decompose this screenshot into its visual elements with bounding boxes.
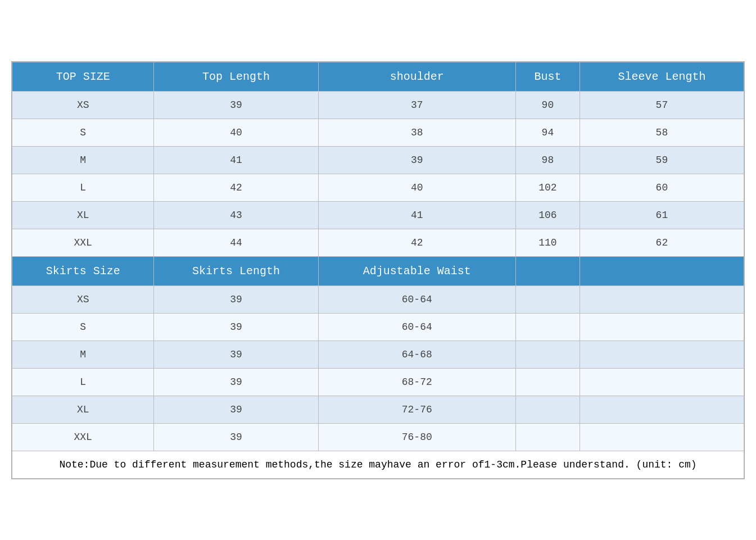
skirts-waist-cell: 76-80 (318, 423, 515, 451)
top-size-header: TOP SIZE (12, 62, 154, 91)
skirts-data-row: XL 39 72-76 (12, 396, 744, 423)
top-data-row: S 40 38 94 58 (12, 119, 744, 146)
top-size-cell: XL (12, 201, 154, 229)
shoulder-header: shoulder (318, 62, 515, 91)
sleeve-cell: 59 (580, 146, 744, 174)
skirts-empty1 (515, 423, 580, 451)
top-size-cell: L (12, 174, 154, 201)
top-data-row: L 42 40 102 60 (12, 174, 744, 201)
top-length-cell: 41 (154, 146, 318, 174)
sleeve-cell: 61 (580, 201, 744, 229)
skirts-length-cell: 39 (154, 341, 318, 368)
bust-header: Bust (515, 62, 580, 91)
skirts-waist-cell: 68-72 (318, 368, 515, 396)
skirts-empty1 (515, 285, 580, 313)
shoulder-cell: 38 (318, 119, 515, 146)
note-text: Note:Due to different measurement method… (12, 451, 744, 478)
bust-cell: 98 (515, 146, 580, 174)
shoulder-cell: 39 (318, 146, 515, 174)
note-row: Note:Due to different measurement method… (12, 451, 744, 478)
shoulder-cell: 41 (318, 201, 515, 229)
skirts-size-header: Skirts Size (12, 256, 154, 285)
skirts-size-cell: XL (12, 396, 154, 423)
top-header-row: TOP SIZE Top Length shoulder Bust Sleeve… (12, 62, 744, 91)
top-data-row: XL 43 41 106 61 (12, 201, 744, 229)
top-data-row: XXL 44 42 110 62 (12, 229, 744, 256)
shoulder-cell: 37 (318, 91, 515, 119)
skirts-data-row: XXL 39 76-80 (12, 423, 744, 451)
skirts-length-cell: 39 (154, 423, 318, 451)
skirts-length-cell: 39 (154, 396, 318, 423)
top-size-cell: S (12, 119, 154, 146)
adjustable-waist-header: Adjustable Waist (318, 256, 515, 285)
skirts-length-cell: 39 (154, 285, 318, 313)
table-body: XS 39 37 90 57 S 40 38 94 58 M 41 39 98 … (12, 91, 744, 478)
size-chart-wrapper: TOP SIZE Top Length shoulder Bust Sleeve… (11, 61, 745, 479)
skirts-length-cell: 39 (154, 313, 318, 341)
skirts-size-cell: M (12, 341, 154, 368)
skirts-data-row: S 39 60-64 (12, 313, 744, 341)
top-size-cell: M (12, 146, 154, 174)
top-data-row: M 41 39 98 59 (12, 146, 744, 174)
skirts-empty2 (580, 313, 744, 341)
top-size-cell: XXL (12, 229, 154, 256)
size-chart-table: TOP SIZE Top Length shoulder Bust Sleeve… (12, 62, 744, 479)
shoulder-cell: 40 (318, 174, 515, 201)
skirts-empty2 (580, 423, 744, 451)
bust-cell: 94 (515, 119, 580, 146)
sleeve-length-header: Sleeve Length (580, 62, 744, 91)
sleeve-cell: 58 (580, 119, 744, 146)
skirts-size-cell: L (12, 368, 154, 396)
skirts-data-row: L 39 68-72 (12, 368, 744, 396)
skirts-data-row: XS 39 60-64 (12, 285, 744, 313)
skirts-header-empty1 (515, 256, 580, 285)
skirts-waist-cell: 64-68 (318, 341, 515, 368)
skirts-header-row: Skirts Size Skirts Length Adjustable Wai… (12, 256, 744, 285)
skirts-waist-cell: 60-64 (318, 285, 515, 313)
skirts-empty2 (580, 341, 744, 368)
skirts-data-row: M 39 64-68 (12, 341, 744, 368)
skirts-waist-cell: 72-76 (318, 396, 515, 423)
bust-cell: 102 (515, 174, 580, 201)
skirts-size-cell: S (12, 313, 154, 341)
skirts-empty1 (515, 396, 580, 423)
top-length-cell: 44 (154, 229, 318, 256)
top-length-cell: 40 (154, 119, 318, 146)
skirts-length-cell: 39 (154, 368, 318, 396)
top-length-cell: 42 (154, 174, 318, 201)
top-size-cell: XS (12, 91, 154, 119)
top-length-cell: 43 (154, 201, 318, 229)
bust-cell: 110 (515, 229, 580, 256)
top-length-header: Top Length (154, 62, 318, 91)
top-length-cell: 39 (154, 91, 318, 119)
sleeve-cell: 62 (580, 229, 744, 256)
sleeve-cell: 60 (580, 174, 744, 201)
skirts-empty1 (515, 341, 580, 368)
top-data-row: XS 39 37 90 57 (12, 91, 744, 119)
skirts-empty1 (515, 313, 580, 341)
skirts-empty2 (580, 285, 744, 313)
skirts-header-empty2 (580, 256, 744, 285)
bust-cell: 106 (515, 201, 580, 229)
bust-cell: 90 (515, 91, 580, 119)
skirts-size-cell: XXL (12, 423, 154, 451)
skirts-size-cell: XS (12, 285, 154, 313)
skirts-waist-cell: 60-64 (318, 313, 515, 341)
skirts-length-header: Skirts Length (154, 256, 318, 285)
skirts-empty2 (580, 396, 744, 423)
skirts-empty2 (580, 368, 744, 396)
skirts-empty1 (515, 368, 580, 396)
sleeve-cell: 57 (580, 91, 744, 119)
shoulder-cell: 42 (318, 229, 515, 256)
